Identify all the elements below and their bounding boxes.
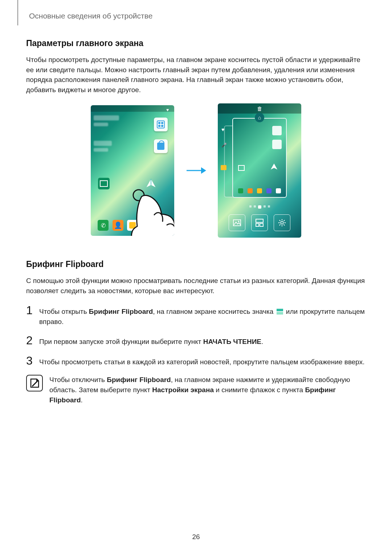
sheart-icon: ♥ xyxy=(221,127,224,132)
figure-row: ♥ ✆ 👤 🌐 xyxy=(26,103,366,238)
statusbar xyxy=(91,105,174,112)
trash-icon: 🗑 xyxy=(257,106,262,112)
panel-carousel: ⌂ ♥ 🎤 xyxy=(232,118,287,198)
widgets-button-icon xyxy=(251,214,268,231)
mini-dock xyxy=(233,188,286,193)
section1-paragraph: Чтобы просмотреть доступные параметры, н… xyxy=(26,55,366,95)
svg-rect-17 xyxy=(277,312,283,315)
gallery-mini-icon xyxy=(221,165,226,170)
edit-toolbar xyxy=(218,214,301,231)
apps-drawer-icon xyxy=(156,220,167,231)
svg-point-3 xyxy=(238,221,240,222)
step-text: Чтобы открыть Брифинг Flipboard, на глав… xyxy=(39,304,366,327)
page: Основные сведения об устройстве Параметр… xyxy=(0,0,392,419)
section2: Брифинг Flipboard С помощью этой функции… xyxy=(26,259,366,405)
figure-phone-right: 🗑 ⌂ ♥ 🎤 xyxy=(218,103,301,238)
contacts-app-icon: 👤 xyxy=(113,220,123,231)
paper-plane-icon xyxy=(145,178,157,189)
home-pin-icon: ⌂ xyxy=(255,113,264,122)
figure-phone-left: ♥ ✆ 👤 🌐 xyxy=(91,105,174,236)
phone-app-icon: ✆ xyxy=(98,220,109,231)
chapter-heading: Основные сведения об устройстве xyxy=(29,12,366,20)
step-number: 1 xyxy=(26,304,39,316)
svg-rect-6 xyxy=(260,223,263,226)
page-number: 26 xyxy=(0,533,392,541)
flipboard-inline-icon xyxy=(277,309,283,315)
widget-tile-gift xyxy=(154,139,168,153)
widget-tile-apps xyxy=(154,118,168,131)
section1-title: Параметры главного экрана xyxy=(26,38,366,48)
mini-gallery-icon xyxy=(238,165,245,171)
step-item: 3 Чтобы просмотреть статьи в каждой из к… xyxy=(26,355,366,367)
svg-rect-16 xyxy=(277,309,283,311)
steps-list: 1 Чтобы открыть Брифинг Flipboard, на гл… xyxy=(26,304,366,367)
note-text: Чтобы отключить Брифинг Flipboard, на гл… xyxy=(49,375,366,405)
blur-label xyxy=(94,148,108,152)
blur-label xyxy=(94,115,119,120)
section2-paragraph: С помощью этой функции можно просматрива… xyxy=(26,276,366,296)
step-item: 2 При первом запуске этой функции выбери… xyxy=(26,335,366,347)
apps-grid-icon xyxy=(157,120,165,128)
heart-icon: ♥ xyxy=(166,107,171,112)
svg-point-0 xyxy=(133,190,144,201)
svg-line-14 xyxy=(279,225,281,226)
step-item: 1 Чтобы открыть Брифинг Flipboard, на гл… xyxy=(26,304,366,327)
delete-bar: 🗑 xyxy=(218,103,301,114)
page-spine-line xyxy=(17,0,18,25)
svg-rect-4 xyxy=(256,219,263,222)
note-icon xyxy=(26,375,43,391)
mini-tile xyxy=(272,140,282,149)
section2-title: Брифинг Flipboard xyxy=(26,259,366,269)
svg-line-13 xyxy=(284,225,285,226)
step-text: Чтобы просмотреть статьи в каждой из кат… xyxy=(39,355,366,367)
svg-point-7 xyxy=(281,222,283,224)
note: Чтобы отключить Брифинг Flipboard, на гл… xyxy=(26,375,366,405)
messages-app-icon xyxy=(127,220,138,231)
svg-line-15 xyxy=(284,220,285,221)
blur-label xyxy=(94,141,112,146)
step-number: 3 xyxy=(26,355,39,366)
arrow-right-icon xyxy=(185,165,207,176)
mic-icon: 🎤 xyxy=(221,143,227,148)
step-text: При первом запуске этой функции выберите… xyxy=(39,335,366,347)
page-indicator xyxy=(218,205,301,209)
svg-rect-5 xyxy=(256,223,259,226)
panel-preview-primary: ⌂ ♥ 🎤 xyxy=(232,118,287,198)
mini-paper-plane-icon xyxy=(270,163,278,172)
browser-app-icon: 🌐 xyxy=(142,220,152,231)
blur-label xyxy=(94,123,108,126)
gift-icon xyxy=(157,143,164,150)
gallery-icon xyxy=(98,178,110,189)
mini-tile xyxy=(272,126,282,135)
svg-rect-2 xyxy=(233,220,241,226)
wallpaper-button-icon xyxy=(229,214,245,231)
widget-area xyxy=(91,113,142,156)
svg-line-12 xyxy=(279,220,281,221)
step-number: 2 xyxy=(26,335,39,346)
dock: ✆ 👤 🌐 xyxy=(91,220,174,231)
settings-button-icon xyxy=(274,214,290,231)
